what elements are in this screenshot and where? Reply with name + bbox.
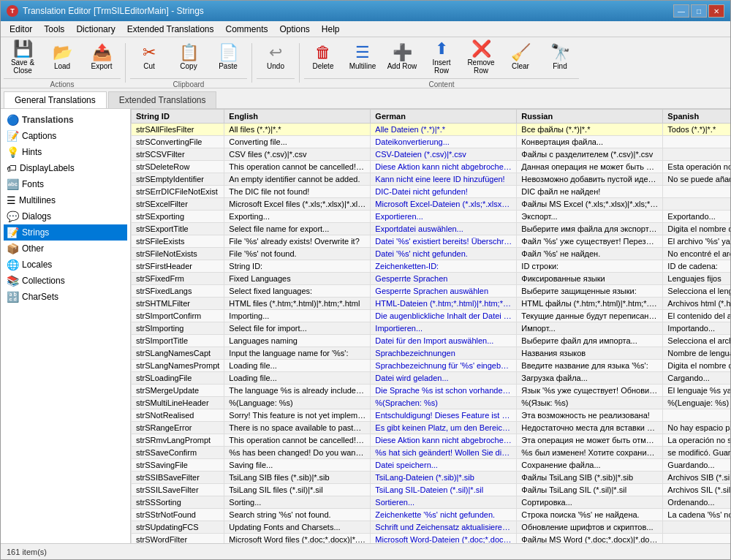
- table-row[interactable]: strSImportingSelect file for import...Im…: [132, 322, 731, 335]
- table-row[interactable]: strSSavingFileSaving file...Datei speich…: [132, 459, 731, 472]
- remove-row-button[interactable]: ❌ Remove Row: [462, 37, 500, 78]
- save-close-button[interactable]: 💾 Save & Close: [4, 37, 42, 78]
- close-button[interactable]: ✕: [708, 4, 724, 18]
- cell-russian: Сортировка...: [517, 496, 663, 509]
- clear-button[interactable]: 🧹 Clear: [501, 37, 539, 78]
- cell-spanish: La cadena '%s' no se encontró.: [663, 509, 730, 521]
- sidebar-item-collections[interactable]: 📚 Collections: [4, 273, 127, 289]
- table-row[interactable]: strSLangNamesPromptLoading file...Sprach…: [132, 360, 731, 372]
- table-row[interactable]: strSExcelFilterMicrosoft Excel files (*.…: [132, 198, 731, 211]
- table-row[interactable]: strSExportingExporting...Exportieren...Э…: [132, 211, 731, 223]
- table-row[interactable]: strSLoadingFileLoading file...Datei wird…: [132, 372, 731, 385]
- sidebar-item-strings[interactable]: 📝 Strings: [4, 224, 127, 241]
- window-title: Translation Editor [TrmSILEditorMain] - …: [23, 6, 204, 16]
- table-container[interactable]: String ID English German Russian Spanish…: [131, 109, 730, 543]
- table-row[interactable]: strSFirstHeaderString ID:Zeichenketten-I…: [132, 260, 731, 273]
- sidebar-item-fonts[interactable]: 🔤 Fonts: [4, 176, 127, 192]
- table-row[interactable]: strSSaveConfirm%s has been changed! Do y…: [132, 447, 731, 459]
- sidebar-item-locales[interactable]: 🌐 Locales: [4, 257, 127, 273]
- table-row[interactable]: strSDeleteRowThis operation cannot be ca…: [132, 161, 731, 173]
- cell-id: strSEmptyIdentifier: [132, 173, 224, 186]
- cell-russian: Все файлы (*.*)|*.*: [517, 124, 663, 136]
- sidebar-item-other[interactable]: 📦 Other: [4, 241, 127, 257]
- table-row[interactable]: strSRmvLangPromptThis operation cannot b…: [132, 434, 731, 447]
- table-row[interactable]: strSCSVFilterCSV files (*.csv)|*.csvCSV-…: [132, 148, 731, 161]
- actions-group: 💾 Save & Close 📂 Load 📤 Export: [4, 37, 121, 78]
- table-row[interactable]: strSRangeErrorThere is no space availabl…: [132, 422, 731, 434]
- table-row[interactable]: strSNotRealisedSorry! This feature is no…: [132, 409, 731, 422]
- find-button[interactable]: 🔭 Find: [541, 37, 579, 78]
- table-row[interactable]: strSUpdatingFCSUpdating Fonts and Charse…: [132, 521, 731, 534]
- table-row[interactable]: strSEmptyIdentifierAn empty identifier c…: [132, 173, 731, 186]
- cell-id: strSUpdatingFCS: [132, 521, 224, 534]
- cell-russian: Файлы MS Excel (*.xls;*.xlsx)|*.xls;*.xl…: [517, 198, 663, 211]
- toolbar: 💾 Save & Close 📂 Load 📤 Export Actions ✂: [1, 37, 730, 88]
- sidebar-item-dialogs[interactable]: 💬 Dialogs: [4, 208, 127, 224]
- menu-item-comments[interactable]: Comments: [219, 23, 273, 36]
- minimize-button[interactable]: —: [673, 4, 689, 18]
- table-row[interactable]: strSHTMLFilterHTML files (*.htm;*.html)|…: [132, 298, 731, 310]
- table-row[interactable]: strSImportConfirmImporting...Die augenbl…: [132, 310, 731, 322]
- table-row[interactable]: strSStrNotFoundSearch string '%s' not fo…: [132, 509, 731, 521]
- delete-button[interactable]: 🗑 Delete: [304, 37, 342, 78]
- cell-russian: Данная операция не может быть отмен: [517, 161, 663, 173]
- menu-item-help[interactable]: Help: [316, 23, 346, 36]
- export-button[interactable]: 📤 Export: [83, 37, 121, 78]
- menu-item-tools[interactable]: Tools: [38, 23, 70, 36]
- paste-label: Paste: [219, 62, 238, 70]
- table-row[interactable]: strSAllFilesFilterAll files (*.*)|*.*All…: [132, 124, 731, 136]
- cell-id: strSHTMLFilter: [132, 298, 224, 310]
- undo-button[interactable]: ↩ Undo: [257, 37, 295, 78]
- clear-icon: 🧹: [511, 45, 531, 61]
- cell-english: Languages naming: [224, 335, 371, 347]
- cell-english: File '%s' already exists! Overwrite it?: [224, 235, 371, 248]
- table-row[interactable]: strSFileNotExistsFile '%s' not found.Dat…: [132, 248, 731, 260]
- tab-extended-translations[interactable]: Extended Translations: [108, 91, 217, 108]
- sidebar-item-hints[interactable]: 💡 Hints: [4, 144, 127, 160]
- insert-row-button[interactable]: ⬆ Insert Row: [423, 37, 461, 78]
- cell-german: Datei wird geladen...: [371, 372, 517, 385]
- paste-button[interactable]: 📄 Paste: [209, 37, 247, 78]
- table-row[interactable]: strSConvertingFileConverting file...Date…: [132, 136, 731, 148]
- table-row[interactable]: strSErrDICFileNotExistThe DIC file not f…: [132, 186, 731, 198]
- load-label: Load: [54, 62, 70, 70]
- load-button[interactable]: 📂 Load: [43, 37, 81, 78]
- cell-id: strSConvertingFile: [132, 136, 224, 148]
- remove-row-icon: ❌: [471, 41, 491, 57]
- menu-item-options[interactable]: Options: [274, 23, 316, 36]
- maximize-button[interactable]: □: [691, 4, 707, 18]
- table-row[interactable]: strSSILSaveFilterTsiLang SIL files (*.si…: [132, 484, 731, 496]
- add-row-button[interactable]: ➕ Add Row: [383, 37, 421, 78]
- cut-button[interactable]: ✂ Cut: [130, 37, 168, 78]
- table-row[interactable]: strSFixedLangsSelect fixed languages:Ges…: [132, 285, 731, 298]
- menu-item-dictionary[interactable]: Dictionary: [70, 23, 121, 36]
- cell-spanish: Ordenando...: [663, 496, 730, 509]
- menu-item-extended-translations[interactable]: Extended Translations: [121, 23, 220, 36]
- cell-spanish: El lenguaje %s ya está incluido!: [663, 385, 730, 397]
- table-row[interactable]: strSLangNamesCaptInput the language name…: [132, 347, 731, 360]
- col-spanish: Spanish: [663, 110, 730, 124]
- table-row[interactable]: strSMergeUpdateThe language %s is alread…: [132, 385, 731, 397]
- table-row[interactable]: strSMultiLineHeader%(Language: %s)%(Spra…: [132, 397, 731, 409]
- save-close-label: Save & Close: [6, 58, 39, 75]
- cell-spanish: Archivos SIB (*.sib)|*.sib: [663, 472, 730, 484]
- sidebar-item-captions[interactable]: 📝 Captions: [4, 128, 127, 144]
- sidebar-item-display-labels[interactable]: 🏷 DisplayLabels: [4, 160, 127, 176]
- cell-spanish: Guardando...: [663, 459, 730, 472]
- table-row[interactable]: strSExportTitleSelect file name for expo…: [132, 223, 731, 235]
- table-row[interactable]: strSImportTitleLanguages namingDatei für…: [132, 335, 731, 347]
- menu-item-editor[interactable]: Editor: [4, 23, 38, 36]
- table-row[interactable]: strSFileExistsFile '%s' already exists! …: [132, 235, 731, 248]
- sidebar-item-multilines[interactable]: ☰ Multilines: [4, 192, 127, 208]
- tab-general-translations[interactable]: General Translations: [4, 91, 107, 108]
- table-row[interactable]: strSWordFilterMicrosoft Word files (*.do…: [132, 534, 731, 544]
- cell-english: All files (*.*)|*.*: [224, 124, 371, 136]
- table-row[interactable]: strSSSortingSorting...Sortieren...Сортир…: [132, 496, 731, 509]
- sidebar-item-charsets[interactable]: 🔡 CharSets: [4, 289, 127, 305]
- table-row[interactable]: strSFixedFrmFixed LanguagesGesperrte Spr…: [132, 273, 731, 285]
- copy-button[interactable]: 📋 Copy: [170, 37, 208, 78]
- multiline-button[interactable]: ☰ Multiline: [344, 37, 382, 78]
- table-row[interactable]: strSSIBSaveFilterTsiLang SIB files (*.si…: [132, 472, 731, 484]
- title-bar: T Translation Editor [TrmSILEditorMain] …: [1, 1, 730, 21]
- cell-english: Saving file...: [224, 459, 371, 472]
